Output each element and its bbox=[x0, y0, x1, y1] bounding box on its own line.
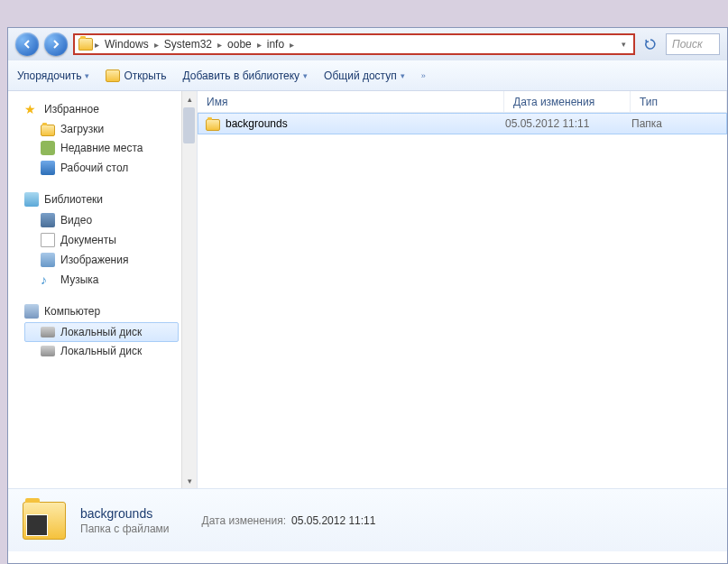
computer-icon bbox=[24, 304, 39, 319]
sidebar-item-videos[interactable]: Видео bbox=[8, 210, 197, 230]
video-icon bbox=[41, 213, 55, 227]
body: ★ Избранное Загрузки Недавние места Рабо… bbox=[8, 91, 727, 488]
file-list: Имя Дата изменения Тип backgrounds 05.05… bbox=[198, 91, 727, 488]
breadcrumb-segment[interactable]: oobe bbox=[224, 38, 255, 51]
more-menu[interactable]: » bbox=[421, 71, 426, 80]
file-type: Папка bbox=[631, 117, 719, 130]
document-icon bbox=[41, 233, 55, 247]
column-headers: Имя Дата изменения Тип bbox=[198, 91, 727, 113]
share-menu[interactable]: Общий доступ▾ bbox=[324, 69, 405, 82]
breadcrumb-segment[interactable]: Windows bbox=[101, 38, 152, 51]
desktop-icon bbox=[41, 161, 55, 175]
forward-button[interactable] bbox=[44, 32, 68, 56]
details-date-value: 05.05.2012 11:11 bbox=[291, 514, 375, 527]
chevron-right-icon: ▸ bbox=[257, 40, 262, 50]
chevron-right-icon: » bbox=[421, 71, 426, 80]
chevron-right-icon: ▸ bbox=[217, 40, 222, 50]
libraries-group: Библиотеки Видео Документы Изображения ♪… bbox=[8, 181, 197, 293]
navigation-row: ▸ Windows ▸ System32 ▸ oobe ▸ info ▸ ▾ П… bbox=[8, 28, 727, 60]
file-row[interactable]: backgrounds 05.05.2012 11:11 Папка bbox=[198, 113, 727, 134]
column-header-name[interactable]: Имя bbox=[198, 91, 504, 112]
recent-icon bbox=[41, 141, 55, 155]
search-placeholder: Поиск bbox=[672, 38, 703, 51]
chevron-down-icon: ▾ bbox=[303, 71, 308, 80]
sidebar-item-music[interactable]: ♪ Музыка bbox=[8, 270, 197, 290]
sidebar-item-desktop[interactable]: Рабочий стол bbox=[8, 158, 197, 178]
sidebar-item-local-disk[interactable]: Локальный диск bbox=[24, 322, 179, 342]
details-pane: backgrounds Папка с файлами Дата изменен… bbox=[8, 488, 727, 551]
picture-icon bbox=[41, 253, 55, 267]
breadcrumb-segment[interactable]: System32 bbox=[161, 38, 216, 51]
favorites-header[interactable]: ★ Избранное bbox=[8, 98, 197, 120]
organize-menu[interactable]: Упорядочить▾ bbox=[17, 69, 89, 82]
address-bar[interactable]: ▸ Windows ▸ System32 ▸ oobe ▸ info ▸ ▾ bbox=[73, 33, 635, 55]
folder-large-icon bbox=[23, 502, 66, 540]
music-icon: ♪ bbox=[41, 273, 55, 287]
breadcrumb-segment[interactable]: info bbox=[263, 38, 288, 51]
star-icon: ★ bbox=[24, 102, 39, 116]
arrow-right-icon bbox=[51, 39, 61, 50]
column-header-type[interactable]: Тип bbox=[631, 91, 727, 112]
disk-icon bbox=[41, 346, 55, 356]
file-name: backgrounds bbox=[226, 117, 288, 130]
address-dropdown[interactable]: ▾ bbox=[618, 40, 630, 49]
details-subtitle: Папка с файлами bbox=[80, 522, 170, 535]
libraries-header[interactable]: Библиотеки bbox=[8, 189, 197, 210]
folder-icon bbox=[78, 38, 93, 51]
library-icon bbox=[24, 192, 39, 207]
search-input[interactable]: Поиск bbox=[666, 33, 720, 55]
chevron-right-icon: ▸ bbox=[290, 40, 294, 50]
folder-icon bbox=[41, 125, 55, 136]
arrow-left-icon bbox=[22, 39, 32, 50]
sidebar-item-documents[interactable]: Документы bbox=[8, 230, 197, 250]
details-title: backgrounds bbox=[80, 506, 170, 521]
chevron-right-icon: ▸ bbox=[154, 40, 159, 50]
disk-icon bbox=[41, 327, 55, 337]
sidebar-item-downloads[interactable]: Загрузки bbox=[8, 120, 197, 138]
sidebar-item-recent[interactable]: Недавние места bbox=[8, 138, 197, 158]
add-to-library-menu[interactable]: Добавить в библиотеку▾ bbox=[183, 69, 309, 82]
column-header-date[interactable]: Дата изменения bbox=[504, 91, 631, 112]
chevron-right-icon: ▸ bbox=[95, 40, 99, 50]
back-button[interactable] bbox=[15, 32, 39, 56]
explorer-window: ▸ Windows ▸ System32 ▸ oobe ▸ info ▸ ▾ П… bbox=[7, 27, 728, 564]
sidebar-item-local-disk[interactable]: Локальный диск bbox=[8, 342, 197, 360]
folder-icon bbox=[206, 119, 220, 131]
toolbar: Упорядочить▾ Открыть Добавить в библиоте… bbox=[8, 60, 727, 91]
refresh-icon bbox=[644, 38, 657, 51]
scrollbar-thumb[interactable] bbox=[183, 107, 195, 143]
file-date: 05.05.2012 11:11 bbox=[505, 117, 631, 130]
open-folder-icon bbox=[106, 69, 120, 82]
computer-group: Компьютер Локальный диск Локальный диск bbox=[8, 293, 197, 364]
scroll-down-icon[interactable]: ▾ bbox=[182, 473, 198, 488]
favorites-group: ★ Избранное Загрузки Недавние места Рабо… bbox=[8, 91, 197, 181]
details-date-label: Дата изменения: bbox=[202, 514, 287, 527]
chevron-down-icon: ▾ bbox=[401, 71, 405, 80]
sidebar-scrollbar[interactable]: ▴ ▾ bbox=[181, 91, 197, 488]
refresh-button[interactable] bbox=[640, 34, 660, 54]
scroll-up-icon[interactable]: ▴ bbox=[182, 91, 198, 106]
navigation-pane: ★ Избранное Загрузки Недавние места Рабо… bbox=[8, 91, 198, 488]
computer-header[interactable]: Компьютер bbox=[8, 300, 197, 322]
chevron-down-icon: ▾ bbox=[85, 71, 89, 80]
sidebar-item-pictures[interactable]: Изображения bbox=[8, 250, 197, 270]
open-button[interactable]: Открыть bbox=[106, 69, 166, 82]
